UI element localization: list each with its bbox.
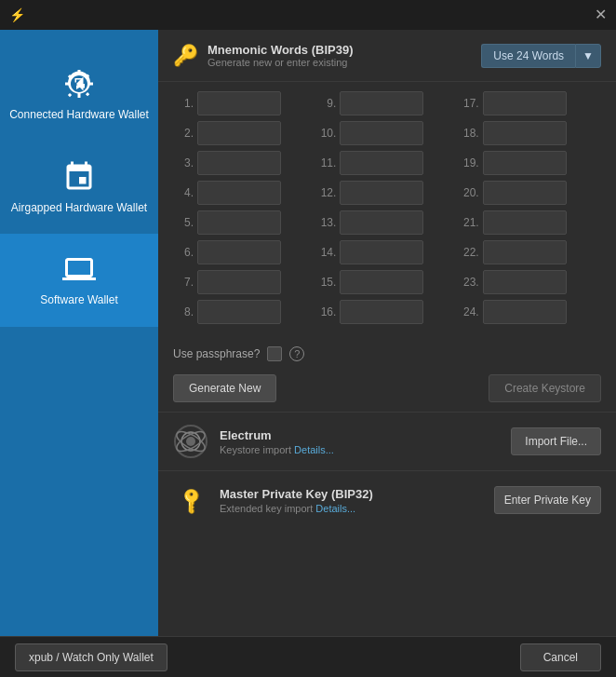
word-input-7[interactable] [197, 270, 281, 294]
sidebar-item-connected-hardware-wallet[interactable]: Connected Hardware Wallet [0, 48, 158, 142]
word-row-5: 5. [173, 210, 315, 235]
word-num-4: 4. [173, 186, 194, 199]
watch-only-button[interactable]: xpub / Watch Only Wallet [15, 643, 167, 671]
sidebar: Connected Hardware Wallet Airgapped Hard… [0, 30, 158, 636]
passphrase-help-icon[interactable]: ? [289, 346, 304, 361]
electrum-subtitle: Keystore import Details... [220, 444, 500, 455]
word-input-19[interactable] [483, 151, 567, 175]
word-input-15[interactable] [340, 270, 423, 294]
word-num-10: 10. [315, 127, 336, 140]
mnemonic-section-header: 🔑 Mnemonic Words (BIP39) Generate new or… [158, 30, 616, 82]
word-input-14[interactable] [340, 240, 423, 264]
title-bar: ⚡ ✕ [0, 0, 616, 30]
sidebar-item-airgapped-hardware-wallet[interactable]: Airgapped Hardware Wallet [0, 142, 158, 235]
word-num-15: 15. [315, 276, 336, 289]
right-panel: 🔑 Mnemonic Words (BIP39) Generate new or… [158, 30, 616, 636]
action-row: Generate New Create Keystore [158, 369, 616, 412]
word-input-16[interactable] [340, 300, 423, 324]
word-row-11: 11. [315, 151, 458, 175]
create-keystore-button[interactable]: Create Keystore [489, 374, 601, 402]
word-row-8: 8. [173, 300, 315, 324]
import-file-button[interactable]: Import File... [511, 427, 601, 455]
use-words-button[interactable]: Use 24 Words [481, 44, 575, 68]
key-header-icon: 🔑 [173, 44, 198, 68]
word-input-8[interactable] [197, 300, 281, 324]
use-words-dropdown-button[interactable]: ▼ [575, 44, 601, 68]
electrum-icon [173, 424, 208, 459]
word-input-9[interactable] [340, 91, 423, 115]
word-row-23: 23. [459, 270, 601, 294]
airgapped-icon [62, 160, 96, 194]
mnemonic-title-info: Mnemonic Words (BIP39) Generate new or e… [208, 43, 472, 68]
passphrase-checkbox[interactable] [267, 346, 282, 361]
word-input-2[interactable] [197, 121, 281, 145]
word-num-22: 22. [459, 246, 479, 259]
electrum-import-info: Electrum Keystore import Details... [220, 428, 500, 455]
main-content: Connected Hardware Wallet Airgapped Hard… [0, 30, 616, 636]
cancel-button[interactable]: Cancel [520, 643, 601, 671]
word-input-4[interactable] [197, 181, 281, 205]
electrum-section: Electrum Keystore import Details... Impo… [158, 412, 616, 470]
word-input-6[interactable] [197, 240, 281, 264]
word-input-22[interactable] [483, 240, 567, 264]
word-num-1: 1. [173, 97, 194, 110]
svg-point-2 [186, 437, 195, 446]
word-row-1: 1. [173, 91, 315, 115]
word-row-20: 20. [459, 181, 601, 205]
word-num-13: 13. [315, 216, 336, 229]
usb-icon [62, 67, 96, 101]
enter-private-key-button[interactable]: Enter Private Key [494, 486, 601, 514]
word-input-24[interactable] [483, 300, 567, 324]
word-num-5: 5. [173, 216, 194, 229]
word-input-10[interactable] [340, 121, 423, 145]
word-input-23[interactable] [483, 270, 567, 294]
word-row-3: 3. [173, 151, 315, 175]
word-input-12[interactable] [340, 181, 423, 205]
word-num-18: 18. [459, 127, 479, 140]
word-row-18: 18. [459, 121, 601, 145]
close-button[interactable]: ✕ [595, 7, 607, 22]
passphrase-row: Use passphrase? ? [158, 339, 616, 369]
word-input-5[interactable] [197, 210, 281, 235]
mnemonic-title: Mnemonic Words (BIP39) [208, 43, 472, 57]
word-num-23: 23. [459, 276, 479, 289]
word-row-21: 21. [459, 210, 601, 235]
word-input-21[interactable] [483, 210, 567, 235]
word-row-14: 14. [315, 240, 458, 264]
word-row-13: 13. [315, 210, 458, 235]
sidebar-item-software-wallet[interactable]: Software Wallet [0, 234, 158, 327]
word-row-2: 2. [173, 121, 315, 145]
word-input-17[interactable] [483, 91, 567, 115]
word-column-3: 17. 18. 19. 20. [459, 91, 601, 330]
word-row-10: 10. [315, 121, 458, 145]
master-key-details-link[interactable]: Details... [315, 503, 355, 514]
generate-new-button[interactable]: Generate New [173, 374, 276, 402]
word-num-12: 12. [315, 186, 336, 199]
word-row-7: 7. [173, 270, 315, 294]
word-row-17: 17. [459, 91, 601, 115]
master-key-import-info: Master Private Key (BIP32) Extended key … [220, 487, 483, 514]
word-num-7: 7. [173, 276, 194, 289]
word-input-20[interactable] [483, 181, 567, 205]
word-input-1[interactable] [197, 91, 281, 115]
word-num-19: 19. [459, 156, 479, 169]
word-input-18[interactable] [483, 121, 567, 145]
word-row-15: 15. [315, 270, 458, 294]
word-num-3: 3. [173, 156, 194, 169]
word-input-11[interactable] [340, 151, 423, 175]
sidebar-label-software-wallet: Software Wallet [40, 293, 118, 308]
word-num-21: 21. [459, 216, 479, 229]
word-input-13[interactable] [340, 210, 423, 235]
word-column-2: 9. 10. 11. 12. [315, 91, 458, 330]
master-key-icon-container: 🔑 [173, 482, 208, 518]
word-num-9: 9. [315, 97, 336, 110]
window: ⚡ ✕ Connected Hardware Wallet Airgapped … [0, 0, 616, 677]
word-num-8: 8. [173, 305, 194, 318]
master-key-title: Master Private Key (BIP32) [220, 487, 483, 501]
electrum-details-link[interactable]: Details... [294, 444, 334, 455]
electrum-logo-icon [173, 424, 208, 459]
word-num-2: 2. [173, 127, 194, 140]
word-row-24: 24. [459, 300, 601, 324]
word-row-4: 4. [173, 181, 315, 205]
word-input-3[interactable] [197, 151, 281, 175]
